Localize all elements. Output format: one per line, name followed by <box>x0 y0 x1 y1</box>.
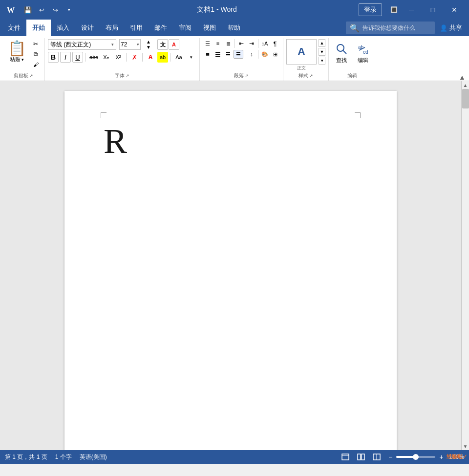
tab-insert[interactable]: 插入 <box>51 20 75 36</box>
word-logo-icon: W <box>4 3 18 17</box>
redo-button[interactable]: ↪ <box>49 3 62 16</box>
login-button[interactable]: 登录 <box>359 3 382 16</box>
styles-expand-icon[interactable]: ↗ <box>309 73 313 78</box>
subscript-button[interactable]: X₂ <box>101 52 111 63</box>
clipboard-group-label: 剪贴板 ↗ <box>14 71 33 81</box>
align-right-button[interactable]: ☰ <box>223 50 233 59</box>
show-hide-button[interactable]: ¶ <box>270 39 280 48</box>
unordered-list-button[interactable]: ☰ <box>203 39 213 48</box>
title-bar-center: 文档1 - Word <box>197 5 236 14</box>
maximize-button[interactable]: □ <box>422 0 444 20</box>
font-grow-button[interactable]: ▲ <box>143 39 154 44</box>
styles-more-button[interactable]: ▾ <box>319 57 325 65</box>
tab-file[interactable]: 文件 <box>2 20 26 36</box>
justify-button[interactable]: ☰ <box>234 50 243 59</box>
font-a-button[interactable]: A <box>169 39 179 50</box>
corner-marker-top-left <box>101 112 107 118</box>
document-title: 文档1 - Word <box>197 5 236 14</box>
clear-format-button[interactable]: ✗ <box>129 52 140 63</box>
replace-button[interactable]: ab cd 编辑 <box>353 39 373 66</box>
tab-layout[interactable]: 布局 <box>100 20 124 36</box>
document-content[interactable]: R <box>104 120 358 162</box>
zoom-bar[interactable] <box>396 456 435 458</box>
italic-button[interactable]: I <box>60 52 71 63</box>
font-expand-icon[interactable]: ↗ <box>126 73 129 78</box>
scroll-up-button[interactable]: ▲ <box>462 81 469 89</box>
underline-button[interactable]: U <box>72 52 83 63</box>
title-bar-left: W 💾 ↩ ↪ ▾ <box>4 3 75 17</box>
find-button[interactable]: 查找 <box>332 39 351 66</box>
align-left-button[interactable]: ≡ <box>203 50 213 59</box>
main-area: R ▲ ▼ <box>0 81 469 450</box>
styles-prev-button[interactable]: ▲ <box>319 39 325 47</box>
customize-quick-access-button[interactable]: ▾ <box>63 3 75 16</box>
share-button[interactable]: 👤 共享 <box>435 22 467 34</box>
undo-button[interactable]: ↩ <box>35 3 48 16</box>
scroll-track[interactable] <box>462 89 469 442</box>
font-size-dropdown[interactable]: 72 ▾ <box>119 39 141 50</box>
font-name-row: 等线 (西文正文) ▾ 72 ▾ ▲ ▼ 文 A <box>48 39 179 50</box>
text-color-button[interactable]: A <box>145 52 156 63</box>
ribbon-collapse-button[interactable]: ▲ <box>457 72 467 82</box>
svg-rect-7 <box>342 454 349 460</box>
case-button[interactable]: Aa <box>173 52 184 63</box>
para-sep-3 <box>245 50 245 59</box>
zoom-out-button[interactable]: − <box>386 453 394 461</box>
clipboard-expand-icon[interactable]: ↗ <box>29 73 33 78</box>
para-sep-2 <box>258 39 258 48</box>
styles-next-button[interactable]: ▼ <box>319 48 325 56</box>
search-input[interactable] <box>362 24 431 31</box>
align-center-button[interactable]: ☰ <box>213 50 223 59</box>
bold-button[interactable]: B <box>48 52 59 63</box>
decrease-indent-button[interactable]: ⇤ <box>236 39 246 48</box>
font-size-dropdown-arrow: ▾ <box>137 42 139 47</box>
font-name-dropdown[interactable]: 等线 (西文正文) ▾ <box>48 39 116 50</box>
print-layout-button[interactable] <box>340 452 351 462</box>
ordered-list-button[interactable]: ≡ <box>213 39 223 48</box>
tab-home[interactable]: 开始 <box>26 20 51 36</box>
scroll-down-button[interactable]: ▼ <box>462 442 469 450</box>
save-button[interactable]: 💾 <box>21 3 34 16</box>
paragraph-group: ☰ ≡ ≣ ⇤ ⇥ ↕A ¶ ≡ ☰ ☰ ☰ ↕ 🎨 ⊞ <box>200 38 283 81</box>
strikethrough-button[interactable]: abc <box>88 52 99 63</box>
format-painter-button[interactable]: 🖌 <box>30 60 42 69</box>
shading-button[interactable]: 🎨 <box>260 50 270 59</box>
styles-item-label: 正文 <box>297 65 306 71</box>
close-button[interactable]: ✕ <box>444 0 465 20</box>
scroll-thumb[interactable] <box>462 89 469 108</box>
ribbon-search[interactable]: 🔍 <box>346 22 435 34</box>
border-button[interactable]: ⊞ <box>270 50 280 59</box>
multilevel-list-button[interactable]: ≣ <box>223 39 233 48</box>
tab-references[interactable]: 引用 <box>124 20 149 36</box>
font-group: 等线 (西文正文) ▾ 72 ▾ ▲ ▼ 文 A B <box>45 38 200 81</box>
styles-gallery-item[interactable]: A <box>286 39 317 65</box>
paste-button[interactable]: 📋 粘贴▾ <box>5 39 29 65</box>
font-wn-button[interactable]: 文 <box>157 39 168 50</box>
paragraph-expand-icon[interactable]: ↗ <box>245 73 249 78</box>
zoom-in-button[interactable]: + <box>437 453 445 461</box>
document-container[interactable]: R <box>0 81 461 450</box>
cut-button[interactable]: ✂ <box>30 39 42 49</box>
font-shrink-button[interactable]: ▼ <box>143 44 154 50</box>
editing-group-label: 编辑 <box>347 71 357 81</box>
case-dropdown[interactable]: ▾ <box>186 52 196 63</box>
zoom-handle[interactable] <box>413 454 419 460</box>
superscript-button[interactable]: X² <box>113 52 124 63</box>
minimize-button[interactable]: ─ <box>401 0 422 20</box>
read-mode-button[interactable] <box>355 452 367 462</box>
tab-help[interactable]: 帮助 <box>222 20 246 36</box>
font-group-content: 等线 (西文正文) ▾ 72 ▾ ▲ ▼ 文 A B <box>48 38 196 71</box>
copy-button[interactable]: ⧉ <box>30 49 42 59</box>
tab-review[interactable]: 审阅 <box>173 20 197 36</box>
tab-design[interactable]: 设计 <box>75 20 100 36</box>
ribbon-tabs: 文件 开始 插入 设计 布局 引用 邮件 审阅 视图 帮助 🔍 👤 共享 <box>0 20 469 36</box>
tab-mailings[interactable]: 邮件 <box>149 20 173 36</box>
watermark: 经验啦✓ <box>447 453 467 460</box>
highlight-button[interactable]: ab <box>157 52 168 63</box>
increase-indent-button[interactable]: ⇥ <box>247 39 256 48</box>
tab-view[interactable]: 视图 <box>197 20 222 36</box>
help-ribbon-button[interactable]: 🔳 <box>387 0 401 20</box>
web-layout-button[interactable] <box>371 452 383 462</box>
sort-button[interactable]: ↕A <box>260 39 270 48</box>
line-spacing-button[interactable]: ↕ <box>247 50 256 59</box>
